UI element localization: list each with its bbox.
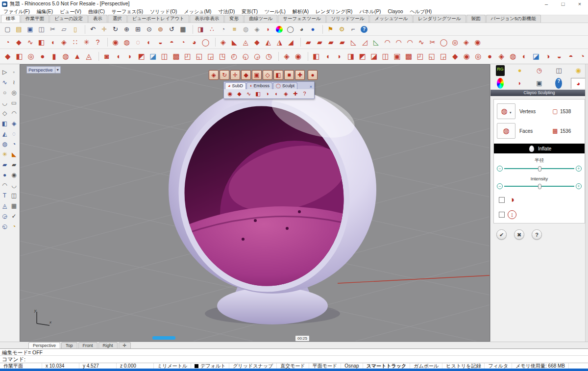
clayoo-tool-icon[interactable]: ◵ <box>240 50 251 63</box>
clayoo-tool-icon[interactable]: ▣ <box>392 50 403 63</box>
clayoo-tool-icon[interactable]: ◆ <box>13 37 24 48</box>
viewport-tab[interactable]: Right <box>98 342 118 348</box>
toolbar-tab[interactable]: レンダリングツール <box>413 15 466 23</box>
viewport-tool-icon[interactable]: ◧ <box>273 70 283 80</box>
clayoo-tool-icon[interactable]: ◗ <box>124 50 136 63</box>
viewport-menu-caret[interactable]: ▾ <box>55 67 59 73</box>
perspective-viewport[interactable]: Perspective ▾ ◈↻✛◆▣◇◧■✚● ◕SubD◖Emboss◯Sc… <box>20 64 490 342</box>
clayoo-tool-icon[interactable]: ◉ <box>472 37 483 48</box>
clayoo-tool-icon[interactable]: ◒ <box>553 50 565 63</box>
menu-item[interactable]: メッシュ(M) <box>180 8 215 15</box>
sphere-shaded-icon[interactable]: ◕ <box>296 24 307 35</box>
status-pane[interactable]: スマートトラック <box>363 363 411 369</box>
clayoo-tool-icon[interactable]: ◧ <box>36 37 47 48</box>
panel-tab-rhinogold[interactable]: RG <box>496 65 505 76</box>
menu-item[interactable]: 編集(E) <box>33 8 56 15</box>
sidebar-tool-icon[interactable]: ◭ <box>0 129 9 139</box>
sidebar-tool-icon[interactable]: ◧ <box>0 119 9 129</box>
sidebar-tool-icon[interactable]: ✓ <box>9 211 19 222</box>
panel-tab-compass[interactable]: ◷ <box>532 65 546 76</box>
clayoo-tool-icon[interactable]: ◠ <box>382 37 393 48</box>
slider-minus-button[interactable]: − <box>497 166 503 172</box>
save-icon[interactable]: ▣ <box>24 24 36 35</box>
clayoo-tool-icon[interactable]: ◆ <box>449 50 461 63</box>
slider-track[interactable] <box>504 186 574 187</box>
symmetry-checkbox[interactable] <box>499 197 505 203</box>
clayoo-tool-icon[interactable]: ◠ <box>393 37 404 48</box>
shaded-view-icon[interactable]: ◨ <box>195 24 206 35</box>
menu-item[interactable]: 曲線(C) <box>85 8 108 15</box>
clayoo-tool-icon[interactable]: ◎ <box>449 37 461 48</box>
sidebar-tool-icon[interactable]: ◔ <box>9 139 19 149</box>
clayoo-tool-icon[interactable]: ◷ <box>263 50 275 63</box>
palette-tab[interactable]: ◯Sculpt <box>273 82 297 89</box>
menu-item[interactable]: ソリッド(O) <box>147 8 180 15</box>
close-button[interactable]: × <box>571 0 588 8</box>
clayoo-emboss-icon[interactable]: ◗ <box>263 24 274 35</box>
menu-item[interactable]: ビュー(V) <box>56 8 85 15</box>
clayoo-tool-icon[interactable]: ◈ <box>495 50 507 63</box>
object-dots-icon[interactable]: ∴ <box>206 24 218 35</box>
clayoo-tool-icon[interactable]: ● <box>484 50 496 63</box>
sidebar-tool-icon[interactable]: ∿ <box>0 77 9 88</box>
clayoo-tool-icon[interactable]: ◈ <box>218 37 229 48</box>
clayoo-tool-icon[interactable]: ◮ <box>274 37 285 48</box>
clayoo-tool-icon[interactable]: ∿ <box>416 37 427 48</box>
viewport-tool-icon[interactable]: ● <box>308 70 318 80</box>
viewport-tab[interactable]: Perspective <box>28 342 60 348</box>
sidebar-tool-icon[interactable]: ◦ <box>9 67 19 77</box>
toolbar-tab[interactable]: 表示/非表示 <box>190 15 224 23</box>
status-pane[interactable]: フィルタ <box>485 363 512 369</box>
sidebar-tool-icon[interactable]: ◣ <box>9 149 19 160</box>
clayoo-tool-icon[interactable]: ● <box>37 50 49 63</box>
sphere-wireframe-icon[interactable]: ◯ <box>285 24 296 35</box>
copy-icon[interactable]: ▱ <box>58 24 70 35</box>
panel-tab-sphere[interactable]: ● <box>513 65 527 76</box>
clayoo-tool-icon[interactable]: ◣ <box>229 37 240 48</box>
clayoo-tool-icon[interactable]: ◠ <box>404 37 416 48</box>
sidebar-tool-icon[interactable]: ◡ <box>0 98 9 108</box>
clayoo-tool-icon[interactable]: ◔ <box>577 50 588 63</box>
toolbar-tab[interactable]: 曲線ツール <box>244 15 277 23</box>
viewport-tool-icon[interactable]: ◆ <box>241 70 251 80</box>
sidebar-tool-icon[interactable]: ▷ <box>0 67 9 77</box>
sidebar-tool-icon[interactable]: ◶ <box>0 211 9 222</box>
slider-thumb[interactable] <box>538 166 541 172</box>
clayoo-tool-icon[interactable]: ◪ <box>530 50 542 63</box>
layer-icon[interactable]: ≡ <box>229 24 240 35</box>
active-tool-bar[interactable]: Inflate <box>494 144 585 153</box>
clayoo-tool-icon[interactable]: ◈ <box>281 50 293 63</box>
toolbar-tab[interactable]: 表示 <box>88 15 107 23</box>
clayoo-tool-icon[interactable]: ▰ <box>314 37 325 48</box>
sidebar-tool-icon[interactable]: ◠ <box>0 180 9 191</box>
clayoo-tool-icon[interactable]: ◶ <box>251 50 263 63</box>
sidebar-tool-icon[interactable]: ● <box>0 170 9 180</box>
clayoo-tool-icon[interactable]: ◓ <box>565 50 577 63</box>
toolbar-tab[interactable]: メッシュツール <box>369 15 413 23</box>
toolbar-tab[interactable]: バージョン5の新機能 <box>486 15 541 23</box>
maximize-button[interactable]: □ <box>555 0 571 8</box>
pan-icon[interactable]: ✛ <box>98 24 110 35</box>
clayoo-tool-icon[interactable]: ◉ <box>461 50 472 63</box>
slider-thumb[interactable] <box>538 184 541 189</box>
lamp-icon[interactable]: ◍ <box>240 24 251 35</box>
panel-tab-help[interactable]: ? <box>555 78 562 89</box>
clayoo-tool-icon[interactable]: ◗ <box>334 50 345 63</box>
print-icon[interactable]: ◫ <box>36 24 47 35</box>
paste-icon[interactable]: ▯ <box>70 24 81 35</box>
toolbar-tab[interactable]: ソリッドツール <box>326 15 369 23</box>
clayoo-tool-icon[interactable]: ◌ <box>132 37 144 48</box>
clayoo-tool-icon[interactable]: ◬ <box>240 37 251 48</box>
clayoo-tool-icon[interactable]: ◢ <box>285 37 296 48</box>
minimize-button[interactable]: – <box>538 0 555 8</box>
sidebar-tool-icon[interactable]: ≀ <box>9 77 19 88</box>
sidebar-tool-icon[interactable]: ◌ <box>9 129 19 139</box>
clayoo-tool-icon[interactable]: ◪ <box>147 50 159 63</box>
viewport-tool-icon[interactable]: ◇ <box>263 70 272 80</box>
sculpt-mode-dropdown[interactable]: ◍ ▾ <box>497 103 515 119</box>
clayoo-tool-icon[interactable]: ∷ <box>70 37 81 48</box>
sidebar-tool-icon[interactable]: ◉ <box>9 170 19 180</box>
intensity-slider[interactable]: − + <box>497 183 582 190</box>
clayoo-tool-icon[interactable]: ◲ <box>205 50 217 63</box>
clayoo-tool-icon[interactable]: ◐ <box>144 37 155 48</box>
